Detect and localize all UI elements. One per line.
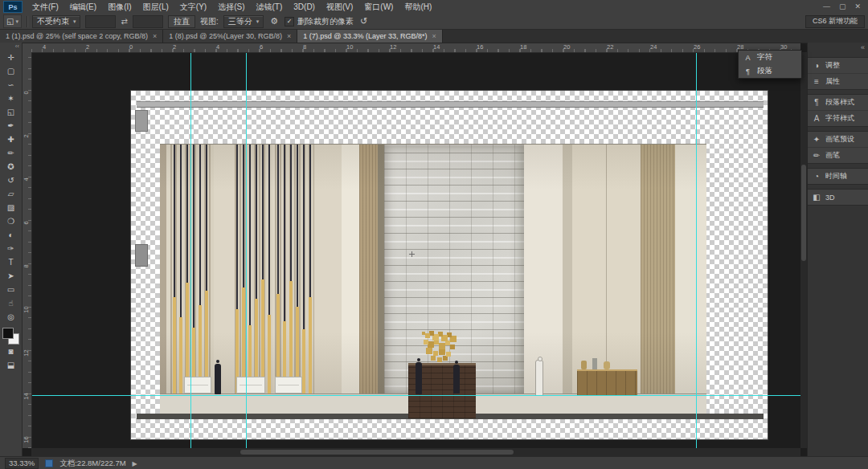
lasso-tool[interactable]: ∽ [2, 78, 20, 92]
window-control-button[interactable]: — [823, 0, 830, 14]
collapsed-panel-button[interactable]: ◔时间轴 [808, 169, 868, 184]
foreground-color-swatch[interactable] [2, 328, 14, 339]
wall-left-block [135, 244, 148, 267]
delete-cropped-pixels-checkbox[interactable]: ✓ 删除裁剪的像素 [285, 16, 354, 27]
ruler-number: 4 [216, 43, 219, 51]
flyout-panel-item[interactable]: A字符 [739, 51, 801, 64]
document-tab[interactable]: 1 (7).psd @ 33.3% (Layer 33, RGB/8*)× [297, 29, 442, 43]
vertical-scrollbar[interactable] [800, 52, 807, 448]
panel-icon: ◔ [812, 172, 821, 181]
checkbox-checked-icon: ✓ [285, 17, 294, 27]
document-tab-bar: 1 (1).psd @ 25% (self space 2 copy, RGB/… [0, 29, 868, 43]
pendant-light [309, 145, 311, 297]
clone-stamp-tool[interactable]: ✪ [2, 160, 20, 173]
dock-groups: ◑调整≡属性¶段落样式A字符样式✦画笔预设✏画笔◔时间轴◧3D [808, 57, 868, 206]
top-ruler[interactable]: 42024681012141618202224262830 [31, 43, 800, 53]
window-control-button[interactable]: ▢ [839, 0, 846, 14]
menu-item[interactable]: 选择(S) [212, 0, 250, 14]
beige-wall-panel [675, 145, 706, 394]
collapsed-panel-button[interactable]: ✦画笔预设 [808, 132, 868, 148]
crop-aspect-select[interactable]: 不受约束 ▾ [32, 15, 81, 28]
pendant-light [243, 145, 244, 288]
collapsed-panel-button[interactable]: A字符样式 [808, 111, 868, 126]
person-figure [453, 365, 460, 394]
blur-tool[interactable]: ❍ [2, 214, 20, 228]
window-control-button[interactable]: ✕ [854, 0, 861, 14]
menu-item[interactable]: 3D(D) [288, 0, 321, 14]
collapsed-panel-button[interactable]: ◧3D [808, 190, 868, 205]
move-tool[interactable]: ✛ [2, 51, 20, 64]
workspace-switcher-button[interactable]: CS6 新增功能 [805, 15, 865, 28]
gear-icon[interactable]: ⚙ [268, 16, 280, 27]
crop-tool[interactable]: ◱ [2, 105, 20, 119]
tab-close-icon[interactable]: × [287, 32, 291, 40]
panel-label: 段落 [757, 66, 772, 76]
vertical-scrollbar-thumb[interactable] [801, 165, 806, 261]
tan-column [641, 145, 675, 394]
menu-item[interactable]: 图层(L) [137, 0, 174, 14]
document-tab[interactable]: 1 (8).psd @ 25%(Layer 30, RGB/8)× [163, 29, 297, 43]
menu-item[interactable]: 视图(V) [321, 0, 358, 14]
type-tool[interactable]: T [2, 255, 20, 269]
collapsed-panel-button[interactable]: ✏画笔 [808, 148, 868, 163]
ruler-number: 2 [23, 133, 30, 141]
marquee-tool[interactable]: ▢ [2, 64, 20, 78]
history-brush-tool[interactable]: ↺ [2, 173, 20, 187]
photoshop-logo: Ps [3, 1, 23, 13]
zoom-level-field[interactable]: 33.33% [5, 458, 39, 469]
pen-tool[interactable]: ✑ [2, 242, 20, 255]
healing-brush-tool[interactable]: ✚ [2, 133, 20, 146]
collapsed-panel-button[interactable]: ◑调整 [808, 58, 868, 74]
zoom-tool[interactable]: ◎ [2, 310, 20, 324]
ruler-number: 14 [433, 43, 440, 51]
eyedropper-tool[interactable]: ✒ [2, 119, 20, 133]
shape-tool[interactable]: ▭ [2, 283, 20, 296]
brush-tool[interactable]: ✏ [2, 146, 20, 160]
quick-selection-tool[interactable]: ✶ [2, 92, 20, 105]
hand-tool[interactable]: ☝ [2, 296, 20, 310]
pendant-light [277, 145, 279, 294]
straighten-button[interactable]: 拉直 [168, 15, 195, 28]
quick-mask-button[interactable]: ◙ [2, 345, 20, 358]
reset-icon[interactable]: ↺ [358, 16, 369, 27]
horizontal-scrollbar-thumb[interactable] [240, 450, 514, 455]
menu-item[interactable]: 帮助(H) [399, 0, 437, 14]
screen-mode-button[interactable]: ⬓ [2, 358, 20, 372]
gradient-tool[interactable]: ▨ [2, 201, 20, 214]
swap-dimensions-icon[interactable]: ⇄ [121, 17, 127, 26]
toolbar-expander[interactable]: ‹‹ [15, 43, 22, 51]
menu-bar: Ps 文件(F)编辑(E)图像(I)图层(L)文字(Y)选择(S)滤镜(T)3D… [0, 0, 868, 14]
path-selection-tool[interactable]: ➤ [2, 269, 20, 283]
guide-horizontal[interactable] [31, 395, 800, 396]
left-ruler[interactable]: 0246810121416 [22, 52, 32, 448]
collapse-dock-button[interactable]: « [808, 43, 868, 53]
menu-item[interactable]: 文字(Y) [174, 0, 212, 14]
crop-view-select[interactable]: 三等分 ▾ [223, 15, 264, 28]
guide-vertical[interactable] [190, 52, 191, 448]
ruler-number: 24 [650, 43, 657, 51]
menu-item[interactable]: 滤镜(T) [251, 0, 289, 14]
flyout-panel-item[interactable]: ¶段落 [739, 64, 801, 78]
eraser-tool[interactable]: ▱ [2, 187, 20, 201]
menu-items: 文件(F)编辑(E)图像(I)图层(L)文字(Y)选择(S)滤镜(T)3D(D)… [27, 0, 437, 14]
menu-item[interactable]: 窗口(W) [358, 0, 399, 14]
crop-width-input[interactable] [85, 15, 116, 28]
pendant-light [256, 145, 257, 299]
status-expand-icon[interactable]: ▶ [133, 460, 137, 467]
guide-vertical[interactable] [246, 52, 247, 448]
menu-item[interactable]: 文件(F) [27, 0, 64, 14]
guide-vertical[interactable] [696, 52, 697, 448]
display-pedestal [236, 377, 265, 394]
tab-close-icon[interactable]: × [432, 32, 436, 40]
crop-height-input[interactable] [133, 15, 163, 28]
menu-item[interactable]: 编辑(E) [64, 0, 102, 14]
collapsed-panel-button[interactable]: ¶段落样式 [808, 95, 868, 111]
horizontal-scrollbar[interactable] [31, 448, 800, 456]
menu-item[interactable]: 图像(I) [102, 0, 137, 14]
tab-close-icon[interactable]: × [153, 32, 157, 40]
document-tab[interactable]: 1 (1).psd @ 25% (self space 2 copy, RGB/… [0, 29, 163, 43]
collapsed-panel-button[interactable]: ≡属性 [808, 74, 868, 89]
dodge-tool[interactable]: ◐ [2, 228, 20, 242]
tool-preset-picker[interactable]: ◱ ▾ [3, 14, 22, 28]
document-image[interactable] [131, 91, 768, 439]
